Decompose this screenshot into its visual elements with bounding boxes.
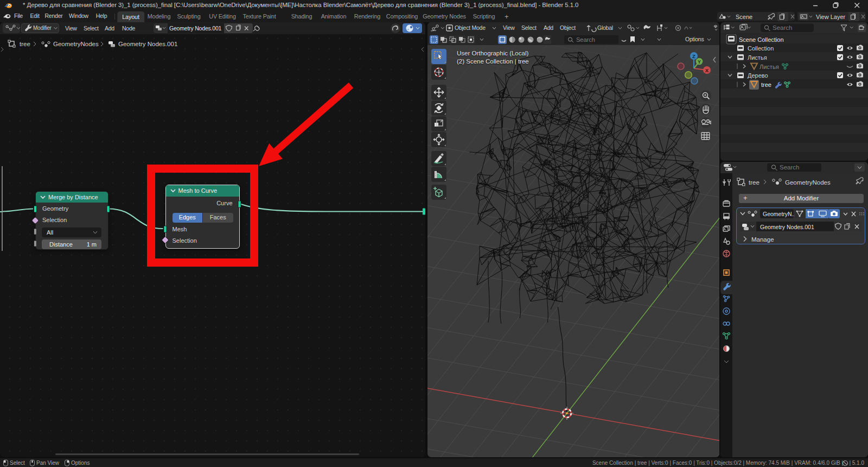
svg-text:View Layer: View Layer bbox=[816, 13, 846, 20]
svg-text:Geometry Nodes.001: Geometry Nodes.001 bbox=[760, 224, 814, 230]
svg-text:GeometryNodes: GeometryNodes bbox=[785, 179, 831, 186]
svg-text:Pan View: Pan View bbox=[36, 460, 60, 466]
svg-text:Manage: Manage bbox=[751, 236, 774, 243]
svg-text:X: X bbox=[705, 67, 709, 73]
svg-text:Листья: Листья bbox=[748, 54, 767, 61]
svg-text:Select: Select bbox=[10, 460, 25, 466]
svg-text:Scene Collection: Scene Collection bbox=[739, 36, 784, 43]
svg-text:tree: tree bbox=[749, 179, 760, 186]
svg-text:Y: Y bbox=[698, 59, 701, 65]
svg-text:Search: Search bbox=[780, 164, 799, 171]
svg-text:Scene: Scene bbox=[736, 13, 752, 20]
svg-text:tree: tree bbox=[761, 81, 771, 88]
svg-text:Options: Options bbox=[71, 460, 90, 466]
svg-text:Листья: Листья bbox=[760, 64, 779, 70]
svg-text:Collection: Collection bbox=[748, 45, 774, 52]
svg-text:GeometryN...: GeometryN... bbox=[763, 211, 796, 217]
svg-text:Дерево: Дерево bbox=[748, 72, 768, 79]
svg-text:Search: Search bbox=[773, 24, 792, 31]
svg-text:Search: Search bbox=[576, 36, 595, 43]
svg-text:Z: Z bbox=[692, 53, 695, 59]
